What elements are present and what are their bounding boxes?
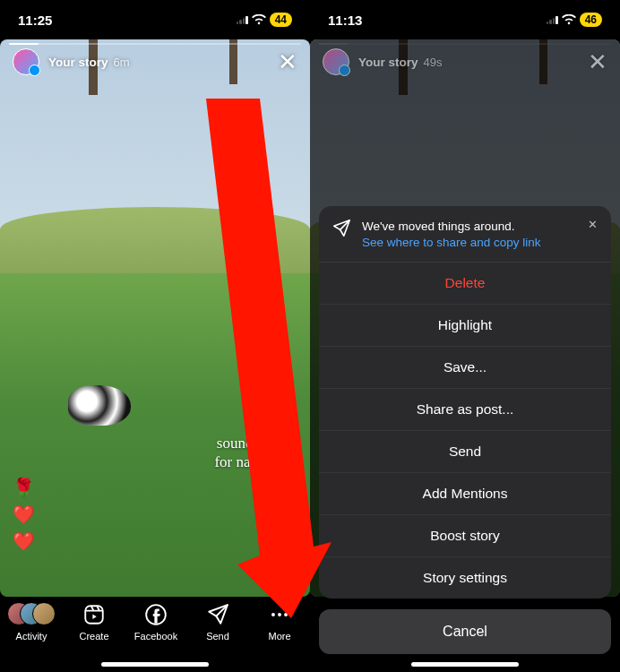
- sheet-item-highlight[interactable]: Highlight: [319, 305, 611, 347]
- home-indicator[interactable]: [411, 662, 519, 667]
- facebook-label: Facebook: [134, 631, 177, 642]
- wifi-icon: [562, 14, 576, 25]
- status-time: 11:13: [328, 13, 362, 28]
- avatar[interactable]: [13, 48, 39, 75]
- sheet-item-settings[interactable]: Story settings: [319, 557, 611, 599]
- more-label: More: [268, 631, 290, 642]
- story-viewer[interactable]: Your story 6m ✕ sound on for nature 🌹 ❤️…: [0, 39, 310, 597]
- send-icon: [205, 602, 230, 627]
- sheet-item-save[interactable]: Save...: [319, 347, 611, 389]
- cellular-icon: [237, 15, 248, 24]
- story-time: 49s: [424, 56, 443, 69]
- send-button[interactable]: Send: [194, 602, 241, 642]
- close-icon[interactable]: ✕: [278, 50, 297, 73]
- activity-button[interactable]: Activity: [7, 602, 56, 642]
- send-icon: [332, 219, 351, 238]
- activity-label: Activity: [16, 631, 47, 642]
- phone-left: 11:25 44 Your story 6m: [0, 0, 310, 672]
- sheet-item-delete[interactable]: Delete: [319, 263, 611, 305]
- story-title: Your story: [358, 56, 418, 69]
- facebook-button[interactable]: Facebook: [133, 602, 179, 642]
- create-label: Create: [79, 631, 108, 642]
- reaction-rose-icon: 🌹: [13, 477, 35, 498]
- reaction-heart-icon: ❤️: [13, 504, 35, 525]
- story-bottom-bar: Activity Create Facebook Send: [0, 597, 310, 672]
- close-icon: ✕: [588, 50, 607, 73]
- create-button[interactable]: Create: [71, 602, 117, 642]
- battery-indicator: 44: [270, 13, 292, 27]
- status-bar: 11:25 44: [0, 0, 310, 39]
- sheet-notice-link[interactable]: See where to share and copy link: [362, 235, 541, 251]
- sheet-notice-text: We've moved things around.: [362, 220, 514, 233]
- more-button[interactable]: More: [256, 602, 303, 642]
- battery-indicator: 46: [580, 13, 602, 27]
- avatar: [323, 48, 349, 75]
- svg-point-4: [284, 613, 288, 616]
- story-title: Your story: [48, 56, 108, 69]
- viewers-avatars-icon: [7, 602, 56, 627]
- sheet-item-boost[interactable]: Boost story: [319, 515, 611, 557]
- reactions-stack: 🌹 ❤️ ❤️: [13, 477, 35, 552]
- svg-rect-0: [85, 606, 103, 624]
- action-sheet: We've moved things around. See where to …: [319, 206, 611, 599]
- svg-point-2: [271, 613, 275, 616]
- more-icon: [267, 602, 292, 627]
- reaction-heart-icon: ❤️: [13, 530, 35, 552]
- sheet-item-share-post[interactable]: Share as post...: [319, 389, 611, 431]
- cancel-button[interactable]: Cancel: [319, 609, 611, 654]
- sheet-item-add-mentions[interactable]: Add Mentions: [319, 473, 611, 515]
- story-time: 6m: [114, 56, 130, 69]
- status-time: 11:25: [18, 13, 52, 28]
- send-label: Send: [206, 631, 229, 642]
- story-image: [0, 39, 310, 597]
- facebook-icon: [143, 602, 168, 627]
- status-bar: 11:13 46: [310, 0, 620, 39]
- svg-point-3: [278, 613, 281, 616]
- phone-right: 11:13 46 Your story: [310, 0, 620, 672]
- home-indicator[interactable]: [101, 662, 209, 667]
- story-caption: sound on for nature: [214, 434, 274, 472]
- sheet-item-send[interactable]: Send: [319, 431, 611, 473]
- cellular-icon: [547, 15, 558, 24]
- create-reel-icon: [82, 602, 107, 627]
- wifi-icon: [252, 14, 266, 25]
- sheet-close-icon[interactable]: ✕: [582, 215, 602, 235]
